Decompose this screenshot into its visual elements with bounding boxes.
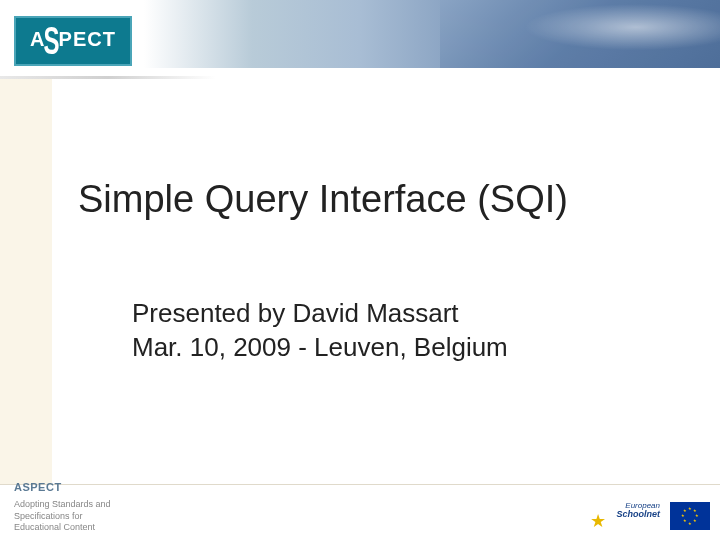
sub-band (0, 68, 720, 76)
header-photo (440, 0, 720, 68)
left-accent (0, 79, 52, 485)
slide-title: Simple Query Interface (SQI) (78, 178, 568, 221)
date-location-line: Mar. 10, 2009 - Leuven, Belgium (132, 332, 508, 363)
footer-tagline: Adopting Standards and Specifications fo… (14, 499, 194, 534)
footer-left: ASPECT Adopting Standards and Specificat… (14, 481, 194, 534)
eu-flag-icon: ★ ★ ★ ★ ★ ★ ★ ★ (670, 502, 710, 530)
footer-brand: ASPECT (14, 481, 194, 493)
star-icon: ★ (590, 510, 610, 530)
eun-text: European Schoolnet (616, 502, 660, 519)
aspect-logo: ASPECT (14, 16, 132, 66)
presenter-line: Presented by David Massart (132, 298, 459, 329)
divider (0, 76, 720, 79)
footer-right: ★ European Schoolnet ★ ★ ★ ★ ★ ★ ★ ★ (590, 500, 710, 532)
european-schoolnet-logo: ★ European Schoolnet (590, 500, 660, 532)
logo-text: ASPECT (30, 27, 116, 55)
